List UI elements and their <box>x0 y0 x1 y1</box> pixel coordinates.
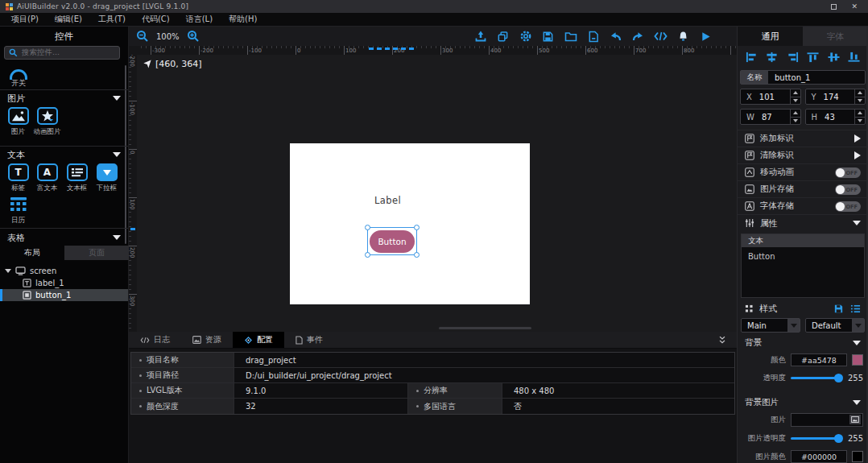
tree-expander-icon[interactable] <box>5 269 11 273</box>
bg-color-value[interactable]: #aa5478 <box>791 353 847 366</box>
tab-layout[interactable]: 布局 <box>0 246 64 260</box>
canvas-label-widget[interactable]: Label <box>374 195 401 206</box>
name-field[interactable]: 名称 button_1 <box>740 70 866 85</box>
widget-search-input[interactable]: 搜索控件... <box>4 46 120 60</box>
section-text[interactable]: 文本 <box>0 149 128 160</box>
tab-general[interactable]: 通用 <box>738 27 803 46</box>
expand-right-icon[interactable] <box>854 151 861 159</box>
save-icon[interactable] <box>541 30 555 43</box>
tab-font[interactable]: 字体 <box>803 27 868 46</box>
menu-edit[interactable]: 编辑(E) <box>47 14 90 25</box>
tab-log[interactable]: 日志 <box>129 332 181 348</box>
resize-handle[interactable] <box>414 252 420 258</box>
maximize-icon[interactable] <box>831 4 837 10</box>
close-file-icon[interactable] <box>586 30 600 43</box>
add-flag-row[interactable]: 添加标识 <box>738 130 868 147</box>
tab-page[interactable]: 页面 <box>64 246 129 260</box>
image-store-toggle[interactable]: OFF <box>835 184 861 195</box>
widget-switch[interactable] <box>6 60 31 80</box>
x-stepper[interactable]: X101 <box>740 89 801 105</box>
menu-help[interactable]: 帮助(H) <box>221 14 265 25</box>
font-store-toggle[interactable]: OFF <box>835 201 861 212</box>
section-image[interactable]: 图片 <box>0 93 128 104</box>
resize-handle[interactable] <box>365 225 370 230</box>
zoom-out-icon[interactable] <box>135 30 149 43</box>
config-value[interactable]: 32 <box>234 399 407 414</box>
resize-handle[interactable] <box>365 252 370 258</box>
export-icon[interactable] <box>473 30 487 43</box>
align-top-icon[interactable] <box>807 52 819 63</box>
height-stepper[interactable]: H43 <box>805 109 866 125</box>
tab-config[interactable]: 配置 <box>233 332 284 348</box>
spin-down-icon[interactable] <box>855 97 865 105</box>
section-table[interactable]: 表格 <box>0 232 128 243</box>
tree-item-screen[interactable]: screen <box>0 265 128 277</box>
menu-project[interactable]: 项目(P) <box>3 14 47 25</box>
bg-image-opacity-slider[interactable] <box>791 437 842 440</box>
menu-tools[interactable]: 工具(T) <box>90 14 134 25</box>
select-dropdown-icon[interactable] <box>852 319 864 332</box>
resize-handle[interactable] <box>414 225 420 230</box>
align-left-icon[interactable] <box>746 52 758 63</box>
tab-resources[interactable]: 资源 <box>181 332 233 348</box>
config-value[interactable]: D:/ui_builder/ui_project/drag_project <box>234 368 734 382</box>
selection-box[interactable] <box>367 227 417 255</box>
slider-knob[interactable] <box>834 434 843 443</box>
tab-events[interactable]: 事件 <box>284 332 334 348</box>
viewport-hscrollbar[interactable] <box>439 327 531 329</box>
settings-gear-icon[interactable] <box>519 30 532 43</box>
widget-image[interactable]: 图片 <box>3 107 33 137</box>
widget-label[interactable]: T 标签 <box>3 163 33 193</box>
clear-flag-row[interactable]: 清除标识 <box>738 147 868 164</box>
recolor-value[interactable]: #000000 <box>791 450 847 463</box>
spin-up-icon[interactable] <box>791 110 800 118</box>
collapse-panel-button[interactable] <box>717 332 737 348</box>
tree-item-button1[interactable]: button_1 <box>0 289 128 301</box>
align-center-v-icon[interactable] <box>828 52 840 63</box>
bg-image-section-header[interactable]: 背景图片 <box>738 395 868 410</box>
bg-image-input[interactable] <box>791 413 863 427</box>
recolor-swatch[interactable] <box>852 451 863 462</box>
menu-code[interactable]: 代码(C) <box>134 14 178 25</box>
menu-language[interactable]: 语言(L) <box>178 14 221 25</box>
widget-anim-image[interactable]: 动画图片 <box>32 107 62 137</box>
design-viewport[interactable]: [460, 364] Label Button <box>137 55 737 332</box>
spin-up-icon[interactable] <box>855 89 865 97</box>
code-icon[interactable] <box>654 30 668 43</box>
expand-right-icon[interactable] <box>854 134 861 143</box>
spin-up-icon[interactable] <box>855 110 865 118</box>
spin-down-icon[interactable] <box>855 118 865 125</box>
zoom-in-icon[interactable] <box>187 30 200 43</box>
spin-down-icon[interactable] <box>791 97 800 105</box>
screen-canvas[interactable]: Label Button <box>290 143 530 304</box>
open-folder-icon[interactable] <box>564 30 577 43</box>
config-value[interactable]: 否 <box>502 399 734 414</box>
align-right-icon[interactable] <box>787 52 799 63</box>
align-center-h-icon[interactable] <box>766 52 778 63</box>
spin-up-icon[interactable] <box>791 89 800 97</box>
width-stepper[interactable]: W87 <box>740 109 801 125</box>
copy-icon[interactable] <box>496 30 510 43</box>
select-dropdown-icon[interactable] <box>787 319 800 332</box>
slider-knob[interactable] <box>834 374 843 382</box>
widget-textarea[interactable]: 文本框 <box>62 163 92 193</box>
widget-dropdown[interactable]: 下拉框 <box>92 163 122 193</box>
close-icon[interactable]: ✕ <box>851 2 858 10</box>
background-section-header[interactable]: 背景 <box>738 336 868 350</box>
save-style-icon[interactable] <box>833 304 844 314</box>
config-value[interactable]: 9.1.0 <box>234 383 407 398</box>
move-anim-toggle[interactable]: OFF <box>835 167 861 178</box>
text-attribute-input[interactable]: Button <box>742 247 864 297</box>
pick-image-icon[interactable] <box>849 415 861 424</box>
widget-calendar[interactable]: 日历 <box>3 196 33 225</box>
bg-color-swatch[interactable] <box>852 354 863 366</box>
redo-icon[interactable] <box>631 30 645 43</box>
bg-opacity-slider[interactable] <box>791 377 842 379</box>
style-list-icon[interactable] <box>850 304 861 314</box>
widget-richtext[interactable]: A 富文本 <box>32 163 62 193</box>
config-value[interactable]: 480 x 480 <box>502 383 734 398</box>
style-state-select[interactable]: Default <box>805 318 865 333</box>
undo-icon[interactable] <box>609 30 622 43</box>
attributes-header[interactable]: 属性 <box>738 215 868 231</box>
style-part-select[interactable]: Main <box>741 318 800 333</box>
